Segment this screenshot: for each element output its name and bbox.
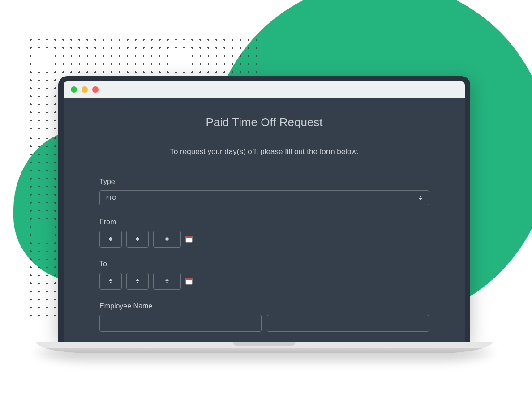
chevron-updown-icon <box>136 279 139 283</box>
chevron-updown-icon <box>136 237 139 241</box>
chevron-updown-icon <box>165 279 169 283</box>
laptop-screen: Paid Time Off Request To request your da… <box>58 76 470 342</box>
window-minimize-icon[interactable] <box>82 86 88 93</box>
type-select-value: PTO <box>105 195 116 201</box>
type-select[interactable]: PTO <box>99 190 429 205</box>
page-subtitle: To request your day(s) off, please fill … <box>99 147 429 156</box>
field-employee-name: Employee Name <box>99 302 429 332</box>
browser-bar <box>64 81 465 98</box>
from-day-select[interactable] <box>126 231 149 248</box>
chevron-updown-icon <box>109 279 112 283</box>
field-to: To <box>99 260 429 290</box>
field-from: From <box>99 218 429 248</box>
page-title: Paid Time Off Request <box>99 115 429 129</box>
first-name-input[interactable] <box>99 315 262 332</box>
window-maximize-icon[interactable] <box>92 86 99 93</box>
from-year-select[interactable] <box>153 231 181 248</box>
to-month-select[interactable] <box>99 273 122 290</box>
chevron-updown-icon <box>165 237 169 241</box>
from-date-row <box>99 231 429 248</box>
last-name-input[interactable] <box>267 315 429 332</box>
calendar-icon[interactable] <box>185 236 193 243</box>
form-panel: Paid Time Off Request To request your da… <box>64 98 465 342</box>
type-label: Type <box>99 178 429 186</box>
laptop-mockup: Paid Time Off Request To request your da… <box>36 76 493 353</box>
to-year-select[interactable] <box>153 273 181 290</box>
to-label: To <box>99 260 429 268</box>
from-label: From <box>99 218 429 226</box>
laptop-notch <box>233 342 296 346</box>
calendar-icon[interactable] <box>185 278 193 285</box>
to-date-row <box>99 273 429 290</box>
window-close-icon[interactable] <box>71 86 77 93</box>
from-month-select[interactable] <box>99 231 122 248</box>
field-type: Type PTO <box>99 178 429 205</box>
chevron-updown-icon <box>419 196 422 200</box>
laptop-base <box>36 342 493 353</box>
employee-name-row <box>99 315 429 332</box>
chevron-updown-icon <box>109 237 112 241</box>
to-day-select[interactable] <box>126 273 149 290</box>
employee-name-label: Employee Name <box>99 302 429 310</box>
